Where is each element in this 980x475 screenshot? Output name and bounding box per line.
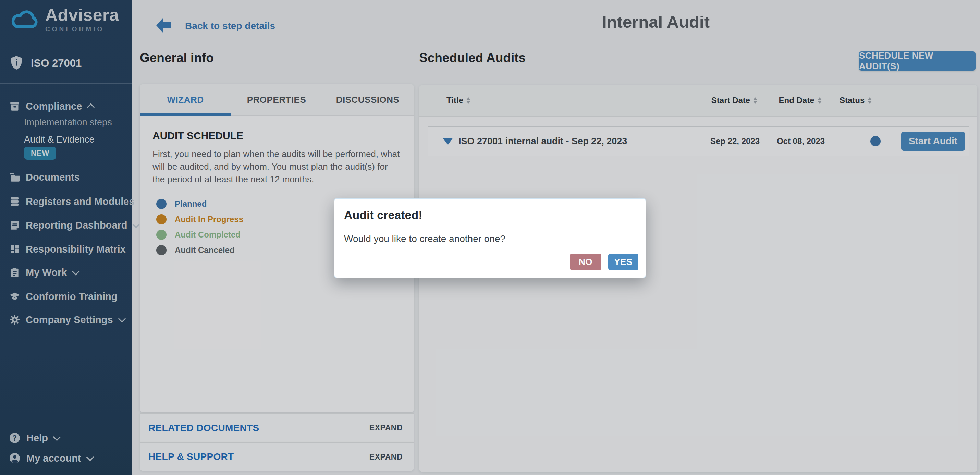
- audit-created-dialog: Audit created! Would you like to create …: [334, 198, 646, 278]
- yes-button[interactable]: YES: [608, 253, 638, 270]
- dialog-actions: NO YES: [570, 253, 638, 270]
- app-root: Advisera CONFORMIO ISO 27001: [0, 0, 980, 475]
- dialog-title: Audit created!: [344, 208, 638, 222]
- dialog-message: Would you like to create another one?: [344, 233, 638, 244]
- no-button[interactable]: NO: [570, 253, 601, 270]
